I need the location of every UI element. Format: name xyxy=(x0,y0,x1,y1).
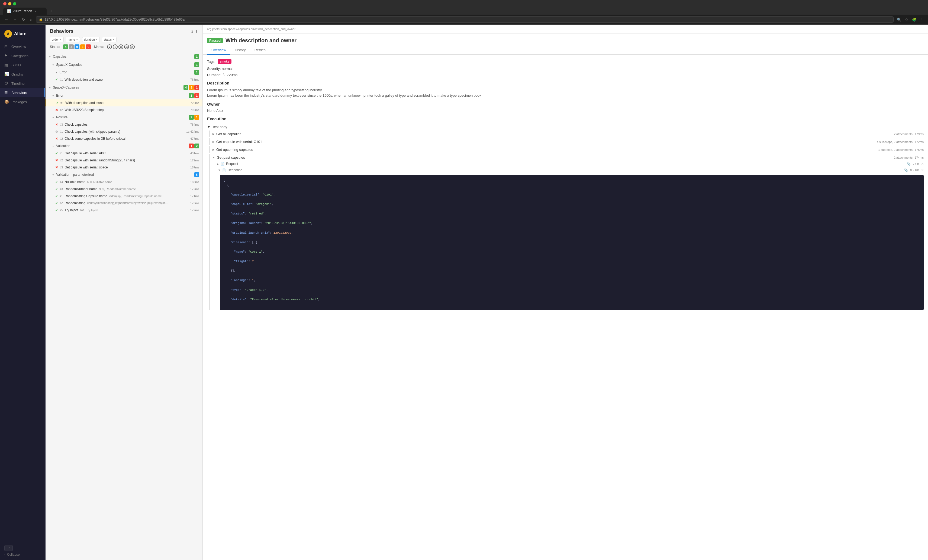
forward-btn[interactable]: → xyxy=(12,17,18,23)
sidebar-item-categories[interactable]: ⚑ Categories xyxy=(0,51,45,60)
test-item[interactable]: ✔ #2 RandomString ucunvytrilpwihdcqojgjk… xyxy=(46,199,203,207)
tab-retries[interactable]: Retries xyxy=(250,46,270,55)
test-item-active[interactable]: ✔ #1 With description and owner 720ms xyxy=(46,99,203,107)
mark-circle-5[interactable]: ⊕ xyxy=(130,44,135,49)
json-code-block: [ { "capsule_serial": "C101", "capsule_i… xyxy=(220,175,923,310)
sidebar-item-graphs[interactable]: 📊 Graphs xyxy=(0,70,45,79)
attachment-request-name[interactable]: Request xyxy=(226,162,238,166)
subgroup-positive-counts: 2 1 xyxy=(189,115,199,120)
tab-overview[interactable]: Overview xyxy=(207,46,230,55)
chevron-right-icon: ▶ xyxy=(212,140,215,143)
subgroup-error-main[interactable]: ▼ Error 1 1 xyxy=(46,92,203,99)
subgroup-validation[interactable]: ▼ Validation 1 2 xyxy=(46,142,203,150)
sidebar-item-behaviors[interactable]: ☰ Behaviors xyxy=(0,88,45,97)
step-get-capsule-c101[interactable]: ▶ Get capsule with serial: C101 4 sub-st… xyxy=(212,138,923,145)
maximize-window-btn[interactable] xyxy=(13,2,16,5)
test-num: #1 xyxy=(60,130,63,133)
status-pass-icon: ✔ xyxy=(55,201,58,205)
test-item[interactable]: ✔ #5 Try Inject 1=1, Try Inject 172ms xyxy=(46,207,203,214)
badge-failed[interactable]: 0 xyxy=(86,44,91,49)
execution-title: Execution xyxy=(207,116,923,121)
close-window-btn[interactable] xyxy=(3,2,6,5)
desc-text1: Lorem Ipsum is simply dummy text of the … xyxy=(207,88,322,92)
test-item[interactable]: ✔ #1 RandomString Capsule name iddcmjkjy… xyxy=(46,193,203,199)
subgroup-positive[interactable]: ▼ Positive 2 1 xyxy=(46,113,203,121)
badge-info[interactable]: 9 xyxy=(75,44,79,49)
test-item[interactable]: ⊖ #1 Check capsules (with skipped params… xyxy=(46,128,203,135)
badge-skipped[interactable]: 3 xyxy=(69,44,74,49)
mark-circle-1[interactable]: ● xyxy=(107,44,112,49)
status-filter[interactable]: status ▼ xyxy=(102,37,116,42)
search-icon[interactable]: 🔍 xyxy=(896,17,902,22)
group-capsules-top[interactable]: ▼ Capsules 1 xyxy=(46,52,203,61)
test-item[interactable]: ✖ #2 Check some capsules in DB before cr… xyxy=(46,135,203,142)
minimize-window-btn[interactable] xyxy=(8,2,11,5)
subgroup-error-top[interactable]: ▼ Error 1 xyxy=(46,68,203,76)
count-red: 1 xyxy=(194,85,199,90)
chevron-down-icon: ▼ xyxy=(52,95,54,97)
sidebar-item-packages[interactable]: 📦 Packages xyxy=(0,97,45,107)
status-fail-icon: ✖ xyxy=(55,108,58,112)
sidebar-item-overview[interactable]: ⊞ Overview xyxy=(0,42,45,51)
test-item[interactable]: ✔ #1 Get capsule with serial: ABC 431ms xyxy=(46,150,203,157)
browser-tabs: 📊 Allure Report ✕ + xyxy=(3,8,925,15)
back-btn[interactable]: ← xyxy=(3,17,10,23)
chevron-right-icon: ▶ xyxy=(212,148,215,151)
step-get-upcoming[interactable]: ▶ Get upcoming capsules 1 sub-step, 2 at… xyxy=(212,146,923,153)
status-arrow: ▼ xyxy=(113,38,114,41)
tab-history[interactable]: History xyxy=(230,46,250,55)
bookmark-icon[interactable]: ☆ xyxy=(904,17,909,22)
attachment-response-name[interactable]: Response xyxy=(227,168,242,172)
test-item[interactable]: ✖ #2 Get capsule with serial: randomStri… xyxy=(46,157,203,164)
test-item[interactable]: ✖ #3 Check capsules 784ms xyxy=(46,121,203,128)
group-capsules-top-label: Capsules xyxy=(53,55,66,58)
active-tab[interactable]: 📊 Allure Report ✕ xyxy=(3,8,47,15)
tab-close-btn[interactable]: ✕ xyxy=(34,10,37,13)
attachment-response-header[interactable]: ▼ 📄 Response 📎 8.2 KB ✕ xyxy=(215,167,923,173)
sidebar-item-suites[interactable]: ▦ Suites xyxy=(0,60,45,70)
order-filter[interactable]: order ▼ xyxy=(50,37,64,42)
info-icon[interactable]: ℹ xyxy=(191,29,193,33)
test-body-header[interactable]: ▼ Test body xyxy=(207,123,923,131)
test-item[interactable]: ✔ #3 RandomNumber name 959, RandomNumber… xyxy=(46,186,203,193)
group-spacex-main[interactable]: ▼ SpaceX-Capsules 4 3 1 xyxy=(46,83,203,92)
logo-text: Allure xyxy=(14,31,26,36)
test-item[interactable]: ✖ #3 Get capsule with serial: space 187m… xyxy=(46,164,203,171)
test-item[interactable]: ✔ #1 With description and owner 768ms xyxy=(46,76,203,83)
menu-icon[interactable]: ⋮ xyxy=(919,17,925,22)
overview-icon: ⊞ xyxy=(5,44,9,49)
duration-filter[interactable]: duration ▼ xyxy=(82,37,100,42)
test-duration: 183ms xyxy=(190,180,199,184)
test-num: #1 xyxy=(60,101,64,105)
duration-row: Duration: ⏱ 720ms xyxy=(207,73,923,77)
subgroup-spacex-top[interactable]: ▼ SpaceX-Capsules 1 xyxy=(46,61,203,68)
subgroup-validation-counts: 1 2 xyxy=(189,143,199,148)
step-get-past[interactable]: ▼ Get past capsules 2 attachments 174ms xyxy=(212,154,923,161)
mark-circle-3[interactable]: ◉ xyxy=(118,44,123,49)
download-icon[interactable]: ⬇ xyxy=(195,29,198,33)
close-icon[interactable]: ✕ xyxy=(921,169,923,172)
mark-circle-2[interactable]: ○ xyxy=(113,44,118,49)
badge-passed[interactable]: 4 xyxy=(63,44,68,49)
badge-warning[interactable]: 1 xyxy=(80,44,85,49)
chevron-right-icon: ▶ xyxy=(212,132,215,135)
subgroup-spacex-top-label: SpaceX-Capsules xyxy=(56,63,82,67)
reload-btn[interactable]: ↻ xyxy=(21,17,27,23)
attachment-request-size: 74 B xyxy=(913,162,919,166)
address-bar[interactable]: 🔒 127.0.0.1:60336/index.html#behaviors/3… xyxy=(36,16,894,23)
collapse-btn[interactable]: ‹ Collapse xyxy=(5,551,41,558)
sidebar-item-timeline[interactable]: ⏱ Timeline xyxy=(0,79,45,88)
subgroup-validation-param[interactable]: ▼ Validation - parameterized 5 xyxy=(46,171,203,178)
filter-row: order ▼ name ▼ duration ▼ status ▼ xyxy=(50,37,198,42)
chevron-left-icon: ‹ xyxy=(5,553,5,557)
close-icon[interactable]: ✕ xyxy=(921,162,923,166)
extensions-icon[interactable]: 🧩 xyxy=(911,17,917,22)
mark-circle-4[interactable]: ◎ xyxy=(124,44,129,49)
name-filter[interactable]: name ▼ xyxy=(66,37,80,42)
step-get-all-capsules[interactable]: ▶ Get all capsules 2 attachments 179ms xyxy=(212,131,923,137)
home-btn[interactable]: ⌂ xyxy=(29,17,34,23)
new-tab-btn[interactable]: + xyxy=(48,8,55,15)
test-item[interactable]: ✖ #2 With JSR223 Sampler step 792ms xyxy=(46,107,203,113)
test-item[interactable]: ✔ #4 Nullable name null, Nullable name 1… xyxy=(46,178,203,186)
language-button[interactable]: En xyxy=(5,545,13,551)
